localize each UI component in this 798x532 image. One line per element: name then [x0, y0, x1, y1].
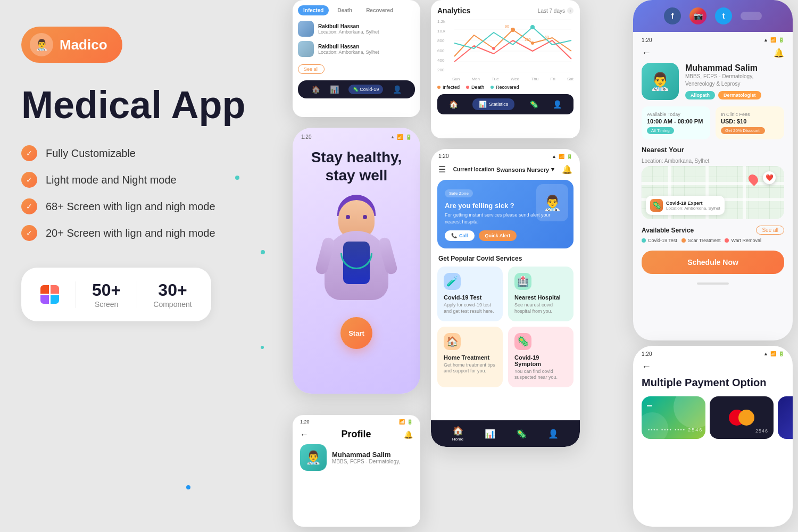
status-icons-3: ▲ 📶 🔋 — [390, 134, 412, 140]
stats-tab-active: 📊 Statistics — [472, 98, 514, 110]
stat-divider-2 — [137, 281, 137, 308]
features-list: ✓ Fully Customizable ✓ Light mode and Ni… — [21, 145, 277, 241]
bell-icon-detail[interactable]: 🔔 — [774, 48, 784, 58]
home-treatment-card[interactable]: 🏠 Home Treatment Get home treatment tips… — [437, 327, 503, 387]
nearest-your-heading: Nearest Your — [633, 146, 793, 158]
tab-recovered[interactable]: Recovered — [361, 5, 398, 15]
schedule-now-button[interactable]: Schedule Now — [642, 251, 784, 274]
bottom-nav-analytics: 🏠 📊 Statistics 🦠 👤 — [437, 94, 573, 114]
service-wart: Wart Removal — [725, 238, 761, 243]
chart-area: 1.2k 10,k 800 600 400 200 — [437, 19, 573, 72]
nav-profile[interactable]: 👤 — [548, 429, 559, 439]
nav-home[interactable]: 🏠 Home — [452, 426, 463, 442]
app-status-bar: 1:20 ▲ 📶 🔋 — [431, 149, 580, 161]
profile-avatar: 👨‍⚕️ — [300, 444, 327, 471]
right-nav: ← 🔔 — [633, 45, 793, 63]
back-arrow-detail[interactable]: ← — [642, 47, 651, 59]
available-today-card: Available Today 10:00 AM - 08:00 PM All … — [642, 106, 710, 139]
card-number-mc: 2546 — [755, 428, 768, 434]
right-status-icons: ▲ 📶 🔋 — [763, 37, 784, 43]
back-arrow-profile[interactable]: ← — [300, 430, 309, 439]
call-button[interactable]: 📞 Call — [445, 230, 475, 241]
stats-nav-icon: 📊 — [330, 85, 339, 94]
logo-icon: 👨‍⚕️ — [30, 33, 53, 56]
figma-logo — [40, 285, 60, 304]
covid-test-card[interactable]: 🧪 Covid-19 Test Apply for covid-19 test … — [437, 267, 503, 321]
see-all-services-button[interactable]: See all — [756, 226, 784, 235]
legend-dot-infected — [437, 86, 440, 89]
screen-doctor-detail: f 📷 t 1:20 ▲ 📶 🔋 ← 🔔 👨‍⚕️ Muhammad Salim… — [633, 0, 793, 340]
visa-card[interactable]: VISA — [778, 396, 793, 439]
bottom-nav-screen1: 🏠 📊 🦠 Covid-19 👤 — [298, 80, 415, 98]
patient-avatar-1 — [298, 21, 314, 37]
patient-info-1: Rakibull Hassan Location: Amborkana, Syl… — [318, 23, 379, 35]
screen1-content: Infected Death Recovered Rakibull Hassan… — [293, 0, 420, 104]
see-all-button[interactable]: See all — [298, 64, 325, 74]
map-road-v3 — [743, 166, 746, 219]
notification-icon-profile[interactable]: 🔔 — [404, 430, 413, 439]
tab-infected[interactable]: Infected — [298, 5, 329, 15]
tab-bar: Infected Death Recovered — [298, 5, 415, 15]
screen-payment: 1:20 ▲ 📶 🔋 ← Multiple Payment Option ▬ •… — [633, 346, 793, 527]
info-icon: i — [567, 7, 573, 14]
safe-zone-badge: Safe Zone — [445, 189, 473, 197]
stats-pill: 50+ Screen 30+ Component — [21, 268, 211, 321]
map-container: ❤️ 🦠 Covid-19 Expert Location: Amborkona… — [642, 166, 784, 219]
card-chip: ▬ — [647, 402, 652, 408]
figma-icon — [40, 285, 60, 304]
banner-buttons: 📞 Call Quick Alert — [445, 230, 566, 241]
logo-text: Madico — [60, 37, 107, 53]
facebook-icon: f — [664, 7, 681, 24]
chart-x-labels: Sun Mon Tue Wed Thu Fri Sat — [437, 77, 573, 81]
menu-icon[interactable]: ☰ — [438, 164, 446, 174]
mastercard-logo — [729, 410, 754, 426]
nav-covid[interactable]: 🦠 — [516, 429, 527, 439]
legend-infected: Infected — [437, 85, 460, 90]
covid-services-grid: 🧪 Covid-19 Test Apply for covid-19 test … — [431, 267, 580, 393]
feature-item-1: ✓ Fully Customizable — [21, 145, 277, 161]
chart-y-labels: 1.2k 10,k 800 600 400 200 — [437, 19, 451, 72]
check-icon-4: ✓ — [21, 225, 37, 241]
quick-alert-button[interactable]: Quick Alert — [479, 230, 517, 241]
start-button[interactable]: Start — [340, 317, 372, 349]
tab-death[interactable]: Death — [332, 5, 358, 15]
covid-symptom-card[interactable]: 🦠 Covid-19 Symptom You can find covid su… — [508, 327, 573, 387]
stat-divider-1 — [76, 281, 76, 308]
left-panel: 👨‍⚕️ Madico Medical App ✓ Fully Customiz… — [21, 27, 277, 321]
nav-stats[interactable]: 📊 — [485, 429, 495, 439]
scroll-bar-indicator — [697, 282, 729, 285]
expert-avatar: 🦠 — [650, 199, 663, 212]
home-nav-icon-app: 🏠 — [453, 426, 463, 436]
expert-info: Covid-19 Expert Location: Amborkona, Syl… — [666, 201, 720, 211]
card-swirl-1 — [674, 396, 705, 428]
service-dot-1 — [642, 238, 646, 243]
doctor-detail-info: Muhammad Salim MBBS, FCPS - Dermatology,… — [685, 63, 784, 99]
logo-pill: 👨‍⚕️ Madico — [21, 27, 122, 63]
service-dot-3 — [725, 238, 729, 243]
teal-card[interactable]: ▬ •••• •••• •••• 2546 — [642, 396, 705, 439]
svg-text:90: 90 — [505, 24, 509, 28]
analytics-header: Analytics Last 7 days i — [437, 6, 573, 15]
payment-back-button[interactable]: ← — [633, 359, 793, 377]
scroll-indicator — [741, 12, 762, 20]
svg-point-7 — [531, 41, 534, 45]
profile-title: Profile — [309, 429, 404, 440]
mastercard-card[interactable]: 2546 — [710, 396, 774, 439]
profile-info: Muhammad Salim MBBS, FCPS - Dermatology, — [332, 451, 400, 464]
cards-row: ▬ •••• •••• •••• 2546 2546 VISA — [633, 396, 793, 439]
legend-recovered: Recovered — [491, 85, 519, 90]
patient-row-2: Rakibull Hassan Location: Amborkana, Syl… — [298, 41, 415, 57]
app-header: ☰ Current location Swansons Nursery ▾ 🔔 — [431, 161, 580, 180]
check-icon-1: ✓ — [21, 145, 37, 161]
services-list: Covid-19 Test Scar Treatment Wart Remova… — [633, 238, 793, 251]
service-dot-2 — [681, 238, 686, 243]
bell-icon[interactable]: 🔔 — [562, 164, 572, 174]
location-row: Current location Swansons Nursery ▾ — [453, 166, 554, 173]
svg-point-8 — [492, 47, 495, 50]
home-treatment-icon: 🏠 — [444, 333, 461, 350]
covid-nav-icon-app: 🦠 — [516, 429, 527, 439]
legend-death: Death — [466, 85, 484, 90]
nearest-hospital-card[interactable]: 🏥 Nearest Hospital See nearest covid hos… — [508, 267, 573, 321]
screen5-status: 1:20 📶 🔋 — [293, 415, 420, 427]
patient-info-2: Rakibull Hassan Location: Amborkana, Syl… — [318, 44, 379, 55]
